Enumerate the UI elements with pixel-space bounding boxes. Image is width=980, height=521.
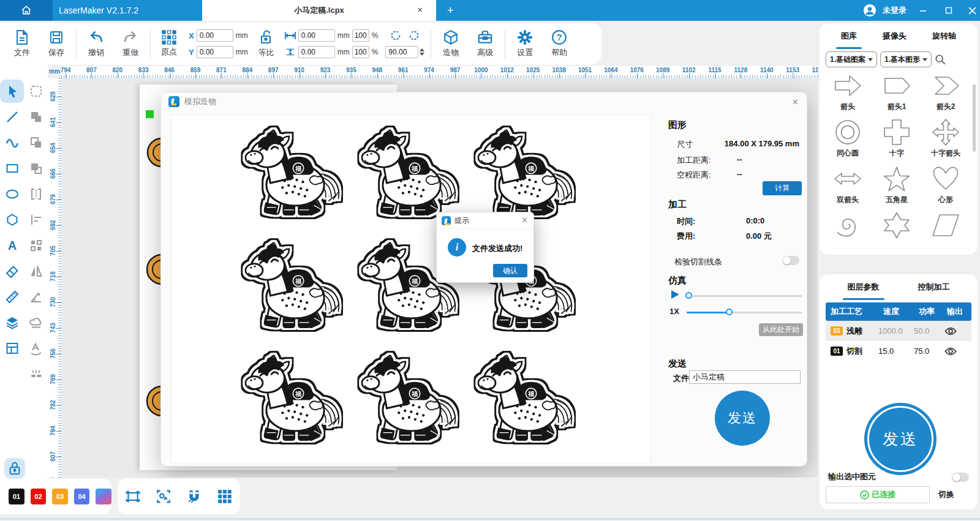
x-input[interactable] <box>197 29 233 42</box>
progress-slider[interactable] <box>687 295 802 297</box>
selection-handle[interactable] <box>146 110 154 118</box>
settings-button[interactable]: 设置 <box>508 29 542 58</box>
library-shape-arrow[interactable]: 箭头 <box>823 70 872 116</box>
ellipse-tool-button[interactable] <box>0 182 24 206</box>
speed-slider-handle[interactable] <box>726 309 733 315</box>
tab-close-icon[interactable]: × <box>417 4 423 15</box>
tab-control-process[interactable]: 控制加工 <box>916 280 952 296</box>
dialog-send-button[interactable]: 发送 <box>715 391 770 446</box>
y-input[interactable] <box>197 46 233 58</box>
home-button[interactable] <box>0 0 53 21</box>
library-scrollbar[interactable] <box>973 84 976 152</box>
split-tool-button[interactable] <box>24 182 48 206</box>
avatar-icon[interactable] <box>863 4 876 17</box>
output-selected-toggle[interactable] <box>952 473 969 482</box>
help-button[interactable]: ? 帮助 <box>542 29 576 58</box>
arrange-tool-button[interactable] <box>24 234 48 257</box>
table-tool-button[interactable] <box>0 337 24 360</box>
switch-device-button[interactable]: 切换 <box>938 489 954 500</box>
eye-icon[interactable] <box>944 347 957 356</box>
library-shape-parallelogram[interactable] <box>921 209 970 256</box>
library-shape-star6[interactable] <box>872 209 921 256</box>
color-swatch-gradient[interactable] <box>96 489 111 504</box>
library-shape-heart[interactable]: 心形 <box>921 163 970 209</box>
confirm-button[interactable]: 确认 <box>493 264 527 277</box>
user-status[interactable]: 未登录 <box>883 5 907 16</box>
tab-camera[interactable]: 摄像头 <box>880 29 909 45</box>
undo-button[interactable]: 撤销 <box>79 29 113 58</box>
category-select-b[interactable]: 1.基本图形 <box>880 51 932 67</box>
mirror-tool-button[interactable] <box>24 260 48 283</box>
color-swatch-03[interactable]: 03 <box>52 489 68 504</box>
center-mark-tool-button[interactable] <box>24 362 48 386</box>
origin-button[interactable]: 原点 <box>153 30 185 58</box>
simulation-dialog-close-icon[interactable]: × <box>793 97 798 108</box>
library-shape-arrow1[interactable]: 箭头1 <box>872 70 921 116</box>
close-button[interactable] <box>963 0 980 21</box>
grid-icon[interactable] <box>217 489 233 504</box>
library-shape-double-arrow[interactable]: 双箭头 <box>823 163 872 209</box>
rotate-ccw-icon[interactable] <box>389 29 402 42</box>
library-shape-spiral[interactable] <box>823 209 872 256</box>
advanced-button[interactable]: 高级 <box>468 29 502 58</box>
curve-tool-button[interactable] <box>0 131 24 154</box>
eye-icon[interactable] <box>944 326 957 336</box>
create-button[interactable]: 造物 <box>434 29 468 58</box>
text-tool-button[interactable]: A <box>0 234 24 257</box>
tab-library[interactable]: 图库 <box>839 29 859 45</box>
width-input[interactable] <box>298 29 335 42</box>
angle-input[interactable] <box>385 46 418 58</box>
minimize-button[interactable] <box>914 0 932 21</box>
color-swatch-01[interactable]: 01 <box>9 489 24 504</box>
fit-selection-icon[interactable] <box>156 489 172 504</box>
magnet-icon[interactable] <box>186 489 202 504</box>
angle-spinner[interactable] <box>420 48 424 56</box>
union-tool-button[interactable] <box>24 105 48 129</box>
layer-row[interactable]: 01切割15.075.0 <box>826 341 971 361</box>
frame-icon[interactable] <box>125 489 141 504</box>
library-shape-cross-arrow[interactable]: 十字箭头 <box>921 116 970 163</box>
calculate-button[interactable]: 计算 <box>763 181 802 195</box>
check-cut-lines-toggle[interactable] <box>782 256 799 265</box>
start-from-here-button[interactable]: 从此处开始 <box>759 323 803 336</box>
select-tool-button[interactable] <box>0 80 24 103</box>
library-shape-cross[interactable]: 十字 <box>872 116 921 163</box>
send-button[interactable]: 发送 <box>864 403 937 475</box>
lock-tool-button[interactable] <box>4 458 25 479</box>
tab-layer-params[interactable]: 图层参数 <box>845 280 882 296</box>
progress-slider-handle[interactable] <box>685 292 692 299</box>
library-shape-star5[interactable]: 五角星 <box>872 163 921 209</box>
redo-button[interactable]: 重做 <box>113 29 148 58</box>
line-tool-button[interactable] <box>0 105 24 129</box>
subtract-tool-button[interactable] <box>24 157 48 180</box>
maximize-button[interactable] <box>940 0 958 21</box>
ruler-tool-button[interactable] <box>0 285 24 309</box>
align-tool-button[interactable] <box>24 208 48 231</box>
color-swatch-04[interactable]: 04 <box>74 489 90 504</box>
height-input[interactable] <box>298 46 335 58</box>
filename-input[interactable] <box>689 370 801 384</box>
text-path-tool-button[interactable] <box>24 337 48 360</box>
layers-tool-button[interactable] <box>0 311 24 334</box>
file-button[interactable]: 文件 <box>5 29 39 58</box>
rotate-cw-icon[interactable] <box>407 29 421 42</box>
protractor-tool-button[interactable] <box>24 285 48 309</box>
play-icon[interactable] <box>671 290 680 299</box>
marquee-select-tool-button[interactable] <box>24 80 48 103</box>
tab-rotary-axis[interactable]: 旋转轴 <box>930 29 959 45</box>
design-canvas[interactable]: 模拟造物 × 图形 尺寸 184.00 X 179.95 mm 加工距离: --… <box>61 78 818 478</box>
document-tab[interactable]: 小马定稿.lcpx × <box>202 0 436 21</box>
category-select-a[interactable]: 1.基础图案 <box>826 51 877 67</box>
height-percent[interactable]: 100 <box>352 46 369 58</box>
aspect-lock-button[interactable]: 等比 <box>252 29 281 58</box>
weld-tool-button[interactable] <box>24 311 48 334</box>
message-dialog-close-icon[interactable]: × <box>522 215 527 226</box>
search-icon[interactable] <box>935 54 946 65</box>
clone-tool-button[interactable] <box>24 131 48 154</box>
rectangle-tool-button[interactable] <box>0 157 24 180</box>
new-tab-button[interactable]: + <box>442 0 459 21</box>
library-shape-arrow2[interactable]: 箭头2 <box>921 70 970 116</box>
polygon-tool-button[interactable] <box>0 208 24 231</box>
layer-row[interactable]: 03浅雕1000.050.0 <box>826 321 971 341</box>
library-shape-concentric[interactable]: 同心圆 <box>823 116 872 163</box>
